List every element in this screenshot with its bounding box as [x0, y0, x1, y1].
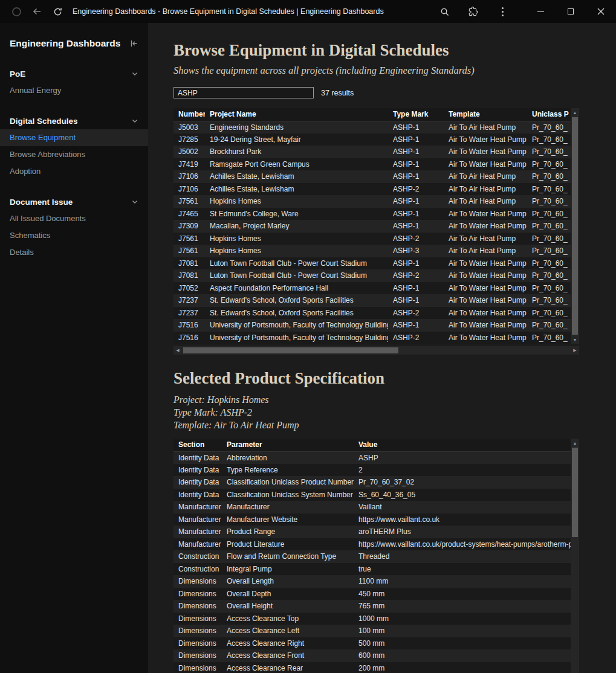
- search-button[interactable]: [430, 0, 459, 23]
- spec-type-mark-line: Type Mark: ASHP-2: [173, 406, 616, 419]
- refresh-button[interactable]: [47, 1, 68, 22]
- table-row[interactable]: J7465St Edmund's College, WareASHP-1Air …: [173, 208, 571, 221]
- table-row[interactable]: J7309Macallan, Project MarleyASHP-1Air T…: [173, 220, 571, 233]
- table-row[interactable]: J5003Engineering StandardsASHP-1Air To A…: [173, 121, 571, 134]
- table-cell: Air To Water Heat Pump: [444, 146, 527, 158]
- table-cell: ASHP-2: [388, 233, 444, 245]
- table-cell: Identity Data: [173, 476, 222, 489]
- sidebar-section-digital-schedules[interactable]: Digital Schedules: [10, 112, 138, 129]
- sidebar-item-annual-energy[interactable]: Annual Energy: [0, 82, 148, 99]
- table-row[interactable]: J7516University of Portsmouth, Faculty o…: [173, 332, 571, 344]
- table-cell: J7561: [173, 195, 205, 208]
- scrollbar-thumb[interactable]: [183, 347, 398, 353]
- table-cell: Air To Air Heat Pump: [444, 121, 527, 134]
- table-row[interactable]: J7106Achilles Estate, LewishamASHP-1Air …: [173, 170, 571, 183]
- table-cell: Air To Air Heat Pump: [444, 170, 527, 183]
- sidebar-item-browse-abbreviations[interactable]: Browse Abbreviations: [0, 146, 148, 163]
- scroll-up-icon[interactable]: ▲: [571, 439, 579, 447]
- table-cell: Air To Water Heat Pump: [444, 282, 527, 295]
- sidebar-item-browse-equipment[interactable]: Browse Equipment: [0, 129, 148, 146]
- table-cell: Manufacturer: [173, 501, 222, 514]
- vertical-scrollbar[interactable]: ▲: [571, 439, 579, 673]
- column-header-template[interactable]: Template: [444, 108, 527, 121]
- menu-button[interactable]: [488, 0, 517, 23]
- table-row[interactable]: J7561Hopkins HomesASHP-1Air To Air Heat …: [173, 195, 571, 208]
- table-cell: University of Portsmouth, Faculty of Tec…: [205, 319, 388, 332]
- table-row[interactable]: J7052Aspect Foundation Performance HallA…: [173, 282, 571, 295]
- back-button[interactable]: [27, 1, 47, 22]
- table-cell: Pr_70_60_: [527, 158, 571, 171]
- table-cell: Air To Water Heat Pump: [444, 269, 527, 282]
- scrollbar-thumb[interactable]: [572, 448, 578, 537]
- scroll-up-icon[interactable]: ▲: [571, 108, 579, 117]
- sidebar-item-details[interactable]: Details: [0, 244, 148, 261]
- table-cell: Hopkins Homes: [205, 245, 388, 257]
- table-row[interactable]: ManufacturerProduct RangearoTHERM Plus: [173, 526, 571, 538]
- column-header-uniclass[interactable]: Uniclass P: [527, 108, 571, 121]
- sidebar-item-schematics[interactable]: Schematics: [0, 227, 148, 244]
- table-row[interactable]: J7237St. Edward's School, Oxford Sports …: [173, 307, 571, 320]
- collapse-sidebar-icon[interactable]: [129, 39, 138, 48]
- table-row[interactable]: Identity DataType Reference2: [173, 464, 571, 477]
- spec-project-line: Project: Hopkins Homes: [173, 393, 616, 406]
- table-row[interactable]: J7081Luton Town Football Club - Power Co…: [173, 269, 571, 282]
- extensions-button[interactable]: [459, 0, 488, 23]
- table-cell: Pr_70_60_37_02: [354, 476, 571, 489]
- table-cell: Dimensions: [173, 575, 222, 588]
- table-row[interactable]: ManufacturerProduct Literaturehttps://ww…: [173, 538, 571, 551]
- table-row[interactable]: J7561Hopkins HomesASHP-2Air To Air Heat …: [173, 233, 571, 245]
- column-header-type-mark[interactable]: Type Mark: [388, 108, 444, 121]
- table-cell: J7081: [173, 269, 205, 282]
- table-cell: St. Edward's School, Oxford Sports Facil…: [205, 307, 388, 320]
- table-row[interactable]: J7237St. Edward's School, Oxford Sports …: [173, 294, 571, 307]
- table-row[interactable]: ManufacturerManufacturerVaillant: [173, 501, 571, 514]
- table-row[interactable]: ManufacturerManufacturer Websitehttps://…: [173, 514, 571, 526]
- table-row[interactable]: DimensionsOverall Height765 mm: [173, 600, 571, 613]
- table-row[interactable]: DimensionsAccess Clearance Top1000 mm: [173, 613, 571, 625]
- column-header-parameter[interactable]: Parameter: [222, 439, 354, 451]
- sidebar-section-document-issue[interactable]: Document Issue: [10, 193, 138, 210]
- table-row[interactable]: ConstructionFlow and Return Connection T…: [173, 550, 571, 563]
- column-header-section[interactable]: Section: [173, 439, 222, 451]
- equipment-search-input[interactable]: [173, 87, 314, 98]
- table-row[interactable]: ConstructionIntegral Pumptrue: [173, 563, 571, 576]
- table-row[interactable]: J7081Luton Town Football Club - Power Co…: [173, 257, 571, 270]
- vertical-scrollbar[interactable]: ▲ ▼: [571, 108, 579, 344]
- table-row[interactable]: DimensionsOverall Length1100 mm: [173, 575, 571, 588]
- sidebar-item-adoption[interactable]: Adoption: [0, 163, 148, 180]
- column-header-value[interactable]: Value: [354, 439, 571, 451]
- close-button[interactable]: [586, 0, 616, 23]
- scroll-down-icon[interactable]: ▼: [571, 335, 579, 344]
- table-row[interactable]: J7561Hopkins HomesASHP-3Air To Air Heat …: [173, 245, 571, 257]
- table-row[interactable]: DimensionsAccess Clearance Front600 mm: [173, 649, 571, 662]
- scroll-left-icon[interactable]: ◀: [173, 346, 182, 355]
- sidebar-item-all-issued-documents[interactable]: All Issued Documents: [0, 210, 148, 227]
- table-row[interactable]: J7106Achilles Estate, LewishamASHP-2Air …: [173, 183, 571, 196]
- minimize-button[interactable]: [525, 0, 556, 23]
- table-row[interactable]: DimensionsAccess Clearance Left100 mm: [173, 625, 571, 637]
- window-title: Engineering Dashboards - Browse Equipmen…: [73, 7, 384, 16]
- sidebar-section-poe[interactable]: PoE: [10, 65, 138, 82]
- table-row[interactable]: DimensionsAccess Clearance Right500 mm: [173, 637, 571, 650]
- main-content: Browse Equipment in Digital Schedules Sh…: [148, 23, 616, 673]
- column-header-project-name[interactable]: Project Name: [205, 108, 388, 121]
- column-header-number[interactable]: Number: [173, 108, 205, 121]
- table-row[interactable]: Identity DataClassification Uniclass Sys…: [173, 489, 571, 501]
- table-cell: J7106: [173, 170, 205, 183]
- scrollbar-thumb[interactable]: [572, 117, 578, 335]
- table-cell: Hopkins Homes: [205, 233, 388, 245]
- table-cell: Abbreviation: [222, 451, 354, 464]
- table-row[interactable]: Identity DataAbbreviationASHP: [173, 451, 571, 464]
- table-row[interactable]: DimensionsOverall Depth450 mm: [173, 588, 571, 601]
- table-row[interactable]: J5002Brockhurst ParkASHP-1Air To Water H…: [173, 146, 571, 158]
- table-row[interactable]: J7516University of Portsmouth, Faculty o…: [173, 319, 571, 332]
- section-label: Document Issue: [10, 198, 73, 207]
- table-row[interactable]: Identity DataClassification Uniclass Pro…: [173, 476, 571, 489]
- table-row[interactable]: DimensionsAccess Clearance Rear200 mm: [173, 662, 571, 673]
- table-cell: ASHP-1: [388, 195, 444, 208]
- maximize-button[interactable]: [556, 0, 586, 23]
- table-row[interactable]: J728519-24 Dering Street, MayfairASHP-1A…: [173, 134, 571, 146]
- scroll-right-icon[interactable]: ▶: [571, 346, 579, 355]
- table-row[interactable]: J7419Ramsgate Port Green CampusASHP-1Air…: [173, 158, 571, 171]
- horizontal-scrollbar[interactable]: ◀ ▶: [173, 346, 579, 355]
